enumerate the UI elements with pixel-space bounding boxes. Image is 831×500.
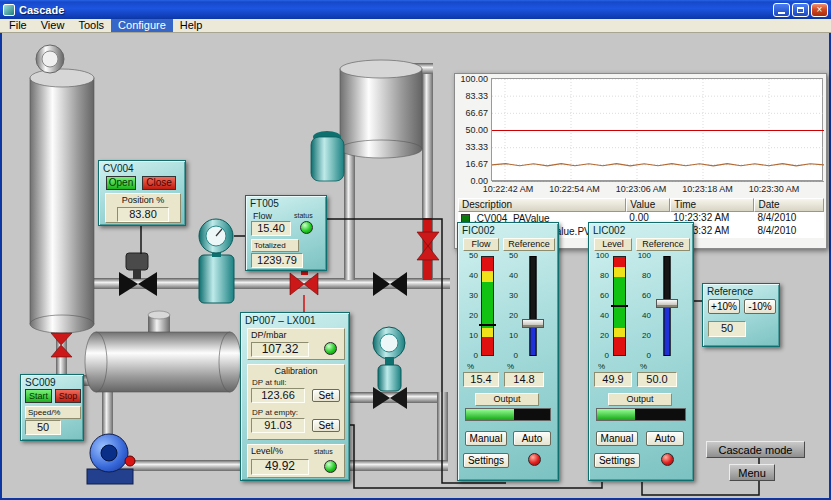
cascade-mode-button[interactable]: Cascade mode [706,441,805,458]
gauge-value: 15.4 [463,372,499,387]
totalized-value: 1239.79 [251,253,303,268]
process-canvas: 100.0083.33 66.6750.00 33.3316.67 0.00 1… [0,33,831,500]
open-button[interactable]: Open [106,176,136,190]
panel-title: DP007 – LX001 [241,313,349,326]
panel-title: LIC002 [589,223,693,236]
panel-title: CV004 [99,161,185,174]
panel-title: FT005 [246,196,326,209]
speed-value: 50 [25,420,61,435]
level-value: 49.92 [251,459,309,475]
dp-at-empty-value: 91.03 [251,418,305,433]
col-time: Time [670,198,754,212]
slider-handle[interactable] [522,319,544,328]
panel-title: FIC002 [458,223,558,236]
output-bar [596,408,686,421]
output-bar [465,408,551,421]
settings-button[interactable]: Settings [594,453,640,468]
menu-tools[interactable]: Tools [71,19,111,32]
dp007-panel: DP007 – LX001 DP/mbar 107.32 Calibration… [240,312,350,481]
col-value: Value [626,198,670,212]
app-window: Cascade × File View Tools Configure Help [0,0,831,500]
level-status-light [324,460,337,473]
panel-title: SC009 [21,375,83,388]
menu-help[interactable]: Help [173,19,210,32]
gauge-marker [479,324,496,326]
flow-value: 15.40 [251,221,291,236]
menu-file[interactable]: File [2,19,34,32]
dp-box: DP/mbar 107.32 [247,328,345,360]
plus-10-button[interactable]: +10% [708,299,740,314]
start-button[interactable]: Start [25,389,52,403]
flow-status-light [300,221,313,234]
set-empty-button[interactable]: Set [312,419,340,432]
stop-button[interactable]: Stop [55,389,81,403]
mode-light [528,453,541,466]
close-button[interactable]: Close [142,176,176,190]
gauge-scale: 504030 20100 [460,252,478,360]
menu-bar: File View Tools Configure Help [0,19,831,33]
level-box: Level/% status 49.92 [247,444,345,478]
dp-at-full-label: DP at full: [252,378,287,387]
close-button[interactable]: × [811,3,828,17]
red-valve-riser [417,232,439,260]
pump-indicator [125,456,135,466]
set-full-button[interactable]: Set [312,389,340,402]
tank-left [30,45,94,333]
window-title: Cascade [19,4,771,16]
totalized-label: Totalized [251,239,299,252]
auto-button[interactable]: Auto [513,431,551,446]
settings-button[interactable]: Settings [463,453,509,468]
tank-horizontal [85,332,241,392]
reference-value: 50.0 [637,372,677,387]
trend-plot-svg [492,79,824,182]
menu-configure[interactable]: Configure [111,19,173,32]
gauge-scale: 1008060 40200 [591,252,609,360]
status-label: status [314,448,333,455]
percent-label: % [467,362,474,371]
col-description: Description [458,198,626,212]
gauge-marker [611,305,628,307]
panel-title: Reference [703,284,779,297]
reference-slider[interactable] [656,256,678,356]
reference-header: Reference [636,238,690,251]
reference-value: 50 [708,321,746,337]
lic002-panel: LIC002 Level Reference 1008060 40200 100… [588,222,694,481]
position-label: Position % [106,194,180,206]
auto-button[interactable]: Auto [646,431,684,446]
dp-at-empty-label: DP at empty: [252,408,298,417]
dp-status-light [324,342,337,355]
slider-handle[interactable] [656,299,678,308]
reference-slider[interactable] [522,256,544,356]
control-valve [119,253,157,296]
pump [87,434,135,484]
ft005-panel: FT005 Flow status 15.40 Totalized 1239.7… [245,195,327,271]
output-label: Output [475,393,539,406]
minus-10-button[interactable]: -10% [744,299,776,314]
legend-header-row: Description Value Time Date [458,198,824,212]
menu-view[interactable]: View [34,19,72,32]
level-gauge [613,256,626,356]
slider-scale: 504030 20100 [500,252,518,360]
dp-at-full-value: 123.66 [251,388,305,403]
minimize-button[interactable] [773,3,790,17]
gauge-header: Level [594,238,632,251]
flow-gauge [481,256,494,356]
agitator-motor [311,131,344,181]
isolation-valve [373,272,407,296]
calibration-box: Calibration DP at full: 123.66 Set DP at… [247,364,345,440]
position-value: 83.80 [117,207,169,222]
percent-label: % [507,362,514,371]
manual-button[interactable]: Manual [596,431,638,446]
maximize-button[interactable] [792,3,809,17]
app-icon [3,4,15,16]
col-date: Date [754,198,824,212]
fic002-panel: FIC002 Flow Reference 504030 20100 50403… [457,222,559,481]
menu-button[interactable]: Menu [729,464,775,481]
manual-button[interactable]: Manual [465,431,507,446]
flow-meter [199,219,234,303]
status-label: status [294,212,313,219]
output-label: Output [608,393,672,406]
position-box: Position % 83.80 [105,193,181,223]
gauge-header: Flow [463,238,499,251]
reference-value: 14.8 [504,372,544,387]
